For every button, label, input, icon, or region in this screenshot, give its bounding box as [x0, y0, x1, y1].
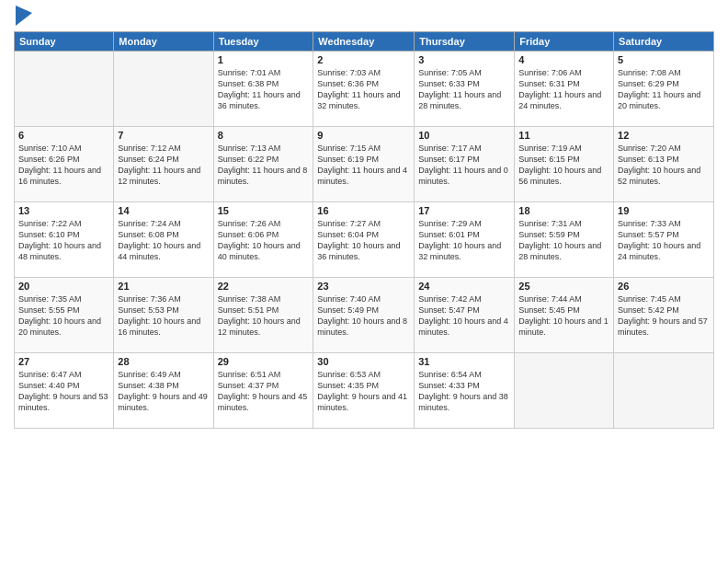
day-number: 27: [18, 356, 109, 367]
day-number: 17: [418, 205, 510, 216]
calendar-cell: [515, 353, 614, 429]
calendar-cell: 17Sunrise: 7:29 AM Sunset: 6:01 PM Dayli…: [415, 202, 515, 278]
day-number: 16: [317, 205, 410, 216]
day-info: Sunrise: 7:33 AM Sunset: 5:57 PM Dayligh…: [618, 218, 710, 263]
day-number: 15: [218, 205, 310, 216]
day-info: Sunrise: 7:42 AM Sunset: 5:47 PM Dayligh…: [418, 293, 510, 339]
calendar-cell: 28Sunrise: 6:49 AM Sunset: 4:38 PM Dayli…: [114, 353, 213, 429]
day-number: 8: [218, 130, 310, 141]
day-info: Sunrise: 7:05 AM Sunset: 6:33 PM Dayligh…: [418, 67, 510, 112]
day-info: Sunrise: 7:24 AM Sunset: 6:08 PM Dayligh…: [118, 218, 209, 263]
day-info: Sunrise: 6:54 AM Sunset: 4:33 PM Dayligh…: [418, 369, 510, 414]
day-info: Sunrise: 7:17 AM Sunset: 6:17 PM Dayligh…: [418, 143, 510, 188]
day-info: Sunrise: 7:08 AM Sunset: 6:29 PM Dayligh…: [618, 67, 710, 112]
calendar-cell: 6Sunrise: 7:10 AM Sunset: 6:26 PM Daylig…: [15, 127, 114, 202]
day-info: Sunrise: 7:03 AM Sunset: 6:36 PM Dayligh…: [317, 67, 410, 112]
calendar-week-row: 27Sunrise: 6:47 AM Sunset: 4:40 PM Dayli…: [15, 353, 714, 429]
day-number: 21: [118, 281, 209, 292]
calendar-week-row: 13Sunrise: 7:22 AM Sunset: 6:10 PM Dayli…: [15, 202, 714, 278]
day-number: 24: [418, 281, 510, 292]
calendar-header-row: SundayMondayTuesdayWednesdayThursdayFrid…: [15, 32, 714, 52]
day-number: 2: [317, 54, 410, 65]
day-number: 20: [18, 281, 109, 292]
calendar-cell: [15, 52, 114, 127]
day-number: 22: [218, 281, 310, 292]
calendar-week-row: 20Sunrise: 7:35 AM Sunset: 5:55 PM Dayli…: [15, 278, 714, 353]
calendar-cell: 27Sunrise: 6:47 AM Sunset: 4:40 PM Dayli…: [15, 353, 114, 429]
calendar-cell: 12Sunrise: 7:20 AM Sunset: 6:13 PM Dayli…: [614, 127, 714, 202]
col-header-saturday: Saturday: [614, 32, 714, 52]
day-number: 12: [618, 130, 710, 141]
calendar-cell: 13Sunrise: 7:22 AM Sunset: 6:10 PM Dayli…: [15, 202, 114, 278]
calendar-cell: 19Sunrise: 7:33 AM Sunset: 5:57 PM Dayli…: [614, 202, 714, 278]
calendar-week-row: 1Sunrise: 7:01 AM Sunset: 6:38 PM Daylig…: [15, 52, 714, 127]
day-info: Sunrise: 7:29 AM Sunset: 6:01 PM Dayligh…: [418, 218, 510, 263]
day-number: 18: [518, 205, 609, 216]
day-info: Sunrise: 7:38 AM Sunset: 5:51 PM Dayligh…: [218, 293, 310, 339]
day-info: Sunrise: 6:53 AM Sunset: 4:35 PM Dayligh…: [317, 369, 410, 414]
day-info: Sunrise: 7:31 AM Sunset: 5:59 PM Dayligh…: [518, 218, 609, 263]
day-info: Sunrise: 7:10 AM Sunset: 6:26 PM Dayligh…: [18, 143, 109, 188]
page: SundayMondayTuesdayWednesdayThursdayFrid…: [0, 0, 728, 563]
col-header-wednesday: Wednesday: [313, 32, 415, 52]
calendar-cell: [614, 353, 714, 429]
calendar-cell: 8Sunrise: 7:13 AM Sunset: 6:22 PM Daylig…: [213, 127, 313, 202]
calendar-cell: 3Sunrise: 7:05 AM Sunset: 6:33 PM Daylig…: [415, 52, 515, 127]
day-number: 23: [317, 281, 410, 292]
day-number: 19: [618, 205, 710, 216]
day-info: Sunrise: 7:35 AM Sunset: 5:55 PM Dayligh…: [18, 293, 109, 339]
day-info: Sunrise: 7:45 AM Sunset: 5:42 PM Dayligh…: [618, 293, 710, 339]
day-info: Sunrise: 7:20 AM Sunset: 6:13 PM Dayligh…: [618, 143, 710, 188]
calendar-week-row: 6Sunrise: 7:10 AM Sunset: 6:26 PM Daylig…: [15, 127, 714, 202]
calendar-cell: 20Sunrise: 7:35 AM Sunset: 5:55 PM Dayli…: [15, 278, 114, 353]
col-header-tuesday: Tuesday: [213, 32, 313, 52]
header: [14, 9, 714, 26]
day-info: Sunrise: 7:06 AM Sunset: 6:31 PM Dayligh…: [518, 67, 609, 112]
day-number: 6: [18, 130, 109, 141]
day-info: Sunrise: 7:36 AM Sunset: 5:53 PM Dayligh…: [118, 293, 209, 339]
calendar-cell: 24Sunrise: 7:42 AM Sunset: 5:47 PM Dayli…: [415, 278, 515, 353]
calendar-cell: 26Sunrise: 7:45 AM Sunset: 5:42 PM Dayli…: [614, 278, 714, 353]
day-info: Sunrise: 7:01 AM Sunset: 6:38 PM Dayligh…: [218, 67, 310, 112]
day-info: Sunrise: 7:26 AM Sunset: 6:06 PM Dayligh…: [218, 218, 310, 263]
day-info: Sunrise: 6:47 AM Sunset: 4:40 PM Dayligh…: [18, 369, 109, 414]
calendar-cell: 10Sunrise: 7:17 AM Sunset: 6:17 PM Dayli…: [415, 127, 515, 202]
day-info: Sunrise: 7:40 AM Sunset: 5:49 PM Dayligh…: [317, 293, 410, 339]
day-number: 3: [418, 54, 510, 65]
calendar-cell: 5Sunrise: 7:08 AM Sunset: 6:29 PM Daylig…: [614, 52, 714, 127]
calendar-cell: 4Sunrise: 7:06 AM Sunset: 6:31 PM Daylig…: [515, 52, 614, 127]
logo: [14, 9, 32, 26]
day-number: 11: [518, 130, 609, 141]
col-header-friday: Friday: [515, 32, 614, 52]
calendar-cell: 2Sunrise: 7:03 AM Sunset: 6:36 PM Daylig…: [313, 52, 415, 127]
col-header-thursday: Thursday: [415, 32, 515, 52]
calendar-cell: 14Sunrise: 7:24 AM Sunset: 6:08 PM Dayli…: [114, 202, 213, 278]
calendar-cell: 29Sunrise: 6:51 AM Sunset: 4:37 PM Dayli…: [213, 353, 313, 429]
day-number: 29: [218, 356, 310, 367]
day-info: Sunrise: 7:19 AM Sunset: 6:15 PM Dayligh…: [518, 143, 609, 188]
col-header-monday: Monday: [114, 32, 213, 52]
calendar-cell: 15Sunrise: 7:26 AM Sunset: 6:06 PM Dayli…: [213, 202, 313, 278]
calendar-cell: 1Sunrise: 7:01 AM Sunset: 6:38 PM Daylig…: [213, 52, 313, 127]
calendar-table: SundayMondayTuesdayWednesdayThursdayFrid…: [14, 31, 714, 429]
day-info: Sunrise: 7:22 AM Sunset: 6:10 PM Dayligh…: [18, 218, 109, 263]
day-number: 4: [518, 54, 609, 65]
day-number: 14: [118, 205, 209, 216]
day-number: 31: [418, 356, 510, 367]
day-number: 25: [518, 281, 609, 292]
calendar-cell: 7Sunrise: 7:12 AM Sunset: 6:24 PM Daylig…: [114, 127, 213, 202]
calendar-cell: 22Sunrise: 7:38 AM Sunset: 5:51 PM Dayli…: [213, 278, 313, 353]
day-info: Sunrise: 7:13 AM Sunset: 6:22 PM Dayligh…: [218, 143, 310, 188]
day-number: 28: [118, 356, 209, 367]
calendar-cell: 23Sunrise: 7:40 AM Sunset: 5:49 PM Dayli…: [313, 278, 415, 353]
day-number: 26: [618, 281, 710, 292]
calendar-cell: 9Sunrise: 7:15 AM Sunset: 6:19 PM Daylig…: [313, 127, 415, 202]
day-info: Sunrise: 7:15 AM Sunset: 6:19 PM Dayligh…: [317, 143, 410, 188]
calendar-cell: 31Sunrise: 6:54 AM Sunset: 4:33 PM Dayli…: [415, 353, 515, 429]
logo-icon: [16, 6, 32, 26]
day-number: 9: [317, 130, 410, 141]
calendar-cell: 11Sunrise: 7:19 AM Sunset: 6:15 PM Dayli…: [515, 127, 614, 202]
day-number: 7: [118, 130, 209, 141]
calendar-cell: 25Sunrise: 7:44 AM Sunset: 5:45 PM Dayli…: [515, 278, 614, 353]
day-info: Sunrise: 7:44 AM Sunset: 5:45 PM Dayligh…: [518, 293, 609, 339]
